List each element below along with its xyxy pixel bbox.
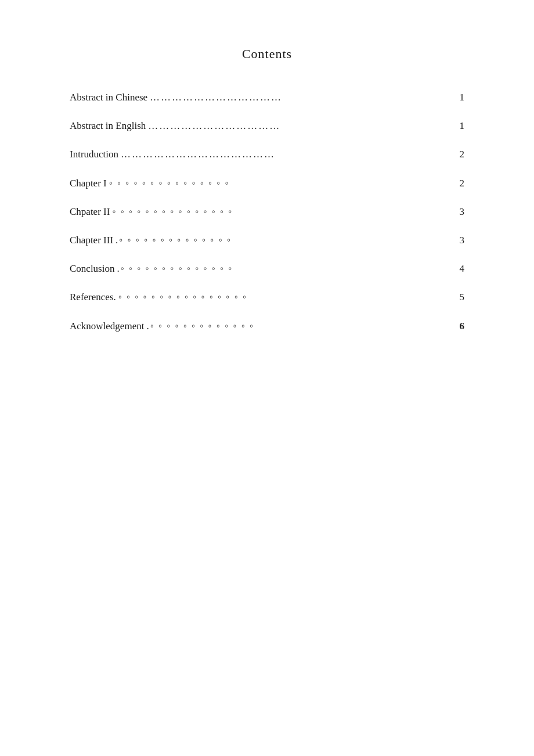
- toc-item: Acknowledgement .◦ ◦ ◦ ◦ ◦ ◦ ◦ ◦ ◦ ◦ ◦ ◦…: [70, 318, 464, 334]
- toc-label: Chpater II: [70, 204, 110, 219]
- toc-page-number: 3: [460, 232, 465, 248]
- table-of-contents: Abstract in Chinese………………………………1Abstract…: [70, 89, 464, 334]
- toc-label: Conclusion: [70, 261, 114, 276]
- toc-item: Chapter I ◦ ◦ ◦ ◦ ◦ ◦ ◦ ◦ ◦ ◦ ◦ ◦ ◦ ◦ ◦2: [70, 175, 464, 191]
- toc-label: Abstract in Chinese: [70, 89, 147, 105]
- toc-page-number: 5: [460, 289, 465, 305]
- toc-page-number: 2: [460, 146, 465, 162]
- toc-dots: ……………………………………: [121, 146, 454, 162]
- toc-dots: ………………………………: [148, 118, 454, 134]
- toc-page-number: 2: [460, 175, 465, 191]
- toc-page-number: 6: [460, 318, 465, 334]
- toc-item: Chapter III.◦ ◦ ◦ ◦ ◦ ◦ ◦ ◦ ◦ ◦ ◦ ◦ ◦ ◦3: [70, 232, 464, 248]
- toc-dots: ………………………………: [150, 89, 454, 105]
- toc-dots: ◦ ◦ ◦ ◦ ◦ ◦ ◦ ◦ ◦ ◦ ◦ ◦ ◦ ◦ ◦: [112, 204, 454, 219]
- page-container: Contents Abstract in Chinese…………………………………: [0, 0, 534, 756]
- toc-item: References.◦ ◦ ◦ ◦ ◦ ◦ ◦ ◦ ◦ ◦ ◦ ◦ ◦ ◦ ◦…: [70, 289, 464, 305]
- toc-item: Intruduction ……………………………………2: [70, 146, 464, 162]
- toc-page-number: 3: [460, 204, 465, 219]
- toc-label: Intruduction: [70, 146, 118, 162]
- toc-page-number: 1: [460, 118, 465, 134]
- toc-dots: .◦ ◦ ◦ ◦ ◦ ◦ ◦ ◦ ◦ ◦ ◦ ◦ ◦ ◦: [117, 261, 454, 276]
- page-title: Contents: [70, 46, 464, 62]
- toc-label: Chapter III: [70, 232, 113, 248]
- toc-label: Acknowledgement: [70, 318, 144, 334]
- toc-page-number: 1: [460, 89, 465, 105]
- toc-item: Conclusion .◦ ◦ ◦ ◦ ◦ ◦ ◦ ◦ ◦ ◦ ◦ ◦ ◦ ◦4: [70, 261, 464, 276]
- toc-dots: ◦ ◦ ◦ ◦ ◦ ◦ ◦ ◦ ◦ ◦ ◦ ◦ ◦ ◦ ◦: [109, 175, 455, 191]
- toc-label: References.: [70, 289, 116, 305]
- toc-item: Chpater II ◦ ◦ ◦ ◦ ◦ ◦ ◦ ◦ ◦ ◦ ◦ ◦ ◦ ◦ ◦…: [70, 204, 464, 219]
- toc-item: Abstract in English………………………………1: [70, 118, 464, 134]
- toc-dots: ◦ ◦ ◦ ◦ ◦ ◦ ◦ ◦ ◦ ◦ ◦ ◦ ◦ ◦ ◦ ◦: [118, 289, 455, 305]
- toc-label: Chapter I: [70, 175, 107, 191]
- toc-label: Abstract in English: [70, 118, 146, 134]
- toc-item: Abstract in Chinese………………………………1: [70, 89, 464, 105]
- toc-page-number: 4: [460, 261, 465, 276]
- toc-dots: .◦ ◦ ◦ ◦ ◦ ◦ ◦ ◦ ◦ ◦ ◦ ◦ ◦ ◦: [116, 232, 454, 248]
- toc-dots: .◦ ◦ ◦ ◦ ◦ ◦ ◦ ◦ ◦ ◦ ◦ ◦ ◦: [146, 318, 454, 334]
